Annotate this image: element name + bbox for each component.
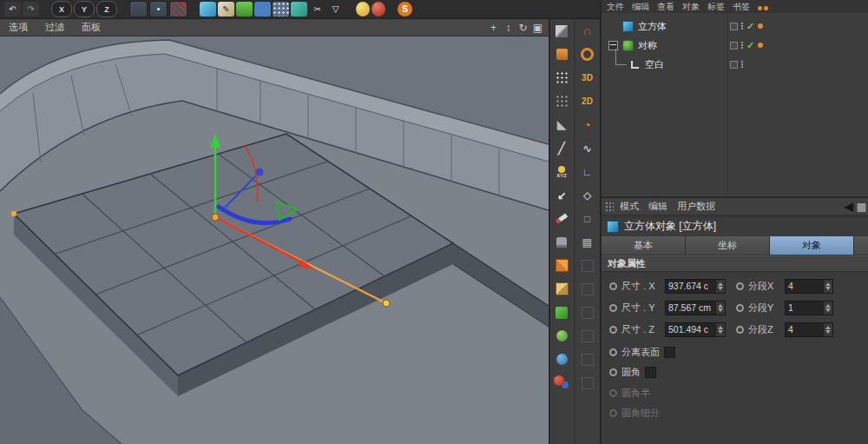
line-cut-icon[interactable]: ╱: [550, 136, 573, 160]
redo-icon[interactable]: ↷: [23, 2, 39, 17]
object-row-cube[interactable]: 立方体 ✓: [602, 17, 868, 36]
segments-z-field[interactable]: 4: [785, 322, 833, 337]
grid-array-icon[interactable]: [273, 2, 289, 17]
stamp-tool-icon[interactable]: [550, 230, 573, 254]
snap-extra-icon[interactable]: [575, 348, 599, 371]
cone-icon[interactable]: ▽: [327, 2, 344, 17]
snap-3d-icon[interactable]: 3D: [575, 66, 599, 89]
spline-pen-icon[interactable]: ✎: [218, 2, 234, 17]
separate-surfaces-checkbox[interactable]: [664, 347, 675, 358]
spinner[interactable]: [715, 323, 725, 336]
material-icon[interactable]: [372, 2, 385, 17]
om-menu-view[interactable]: 查看: [657, 1, 674, 13]
menu-options[interactable]: 选项: [0, 21, 36, 34]
brush-tool-icon[interactable]: [550, 207, 573, 230]
om-menu-bookmarks[interactable]: 书签: [733, 1, 750, 13]
size-x-field[interactable]: 937.674 c: [665, 279, 726, 294]
spline-snap-icon[interactable]: ∿: [575, 136, 599, 160]
om-menu-tags[interactable]: 标签: [707, 1, 725, 13]
layer-box-icon[interactable]: [730, 23, 738, 30]
keyframe-circle-icon[interactable]: [736, 326, 744, 334]
tag-dot-icon[interactable]: [758, 43, 763, 48]
render-settings-icon[interactable]: [169, 1, 187, 17]
y-axis-lock-button[interactable]: Y: [74, 1, 95, 17]
zoom-view-icon[interactable]: ↕: [501, 20, 516, 35]
grip-icon[interactable]: [605, 202, 614, 212]
size-z-field[interactable]: 501.494 c: [665, 322, 726, 337]
gizmo-origin-point[interactable]: [212, 214, 219, 221]
ruler-icon[interactable]: ◣: [550, 113, 573, 136]
segments-x-field[interactable]: 4: [785, 279, 833, 294]
spinner[interactable]: [715, 302, 725, 315]
palette-dot-icon[interactable]: [758, 6, 762, 10]
grid-panel-icon[interactable]: ▦: [857, 201, 866, 213]
planar-workplane-icon[interactable]: ▤: [575, 230, 599, 254]
viewport-canvas[interactable]: [0, 36, 549, 444]
snap-extra-icon[interactable]: [575, 371, 599, 394]
layer-box-icon[interactable]: [730, 42, 738, 50]
field-value[interactable]: 1: [786, 302, 823, 313]
sphere-arrow-icon[interactable]: [550, 324, 573, 348]
om-menu-objects[interactable]: 对象: [682, 1, 700, 13]
guide-snap-icon[interactable]: ∟: [575, 160, 599, 183]
object-row-symmetry[interactable]: 对称 ✓: [602, 36, 868, 55]
orange-cubes-icon[interactable]: [550, 254, 573, 277]
knife-tool-icon[interactable]: [550, 19, 573, 43]
move-tool-icon[interactable]: ↙: [550, 183, 573, 207]
field-value[interactable]: 4: [786, 324, 823, 335]
enable-check-icon[interactable]: ✓: [746, 21, 754, 32]
pan-view-icon[interactable]: +: [486, 20, 501, 35]
keyframe-circle-icon[interactable]: [609, 326, 617, 334]
snap-extra-icon[interactable]: [575, 277, 599, 301]
z-axis-handle[interactable]: [256, 169, 264, 176]
tab-object[interactable]: 对象: [770, 236, 854, 255]
snap-extra-icon[interactable]: [575, 324, 599, 348]
enable-check-icon[interactable]: ✓: [746, 40, 754, 51]
maximize-view-icon[interactable]: ▣: [530, 20, 545, 35]
om-menu-edit[interactable]: 编辑: [632, 1, 649, 13]
tab-basic[interactable]: 基本: [602, 236, 686, 255]
field-value[interactable]: 87.567 cm: [666, 302, 715, 313]
am-menu-userdata[interactable]: 用户数据: [677, 200, 715, 213]
points-grid-icon[interactable]: [550, 66, 573, 89]
render-picture-viewer-icon[interactable]: •: [149, 1, 168, 17]
primitive-cube-icon[interactable]: [200, 2, 216, 17]
rotate-view-icon[interactable]: ↻: [516, 20, 530, 35]
am-menu-mode[interactable]: 模式: [620, 200, 639, 213]
visibility-dots-icon[interactable]: [741, 23, 743, 24]
palette-dot-icon[interactable]: [764, 6, 768, 10]
null-object-icon[interactable]: [631, 61, 639, 69]
plugin-tool-icon[interactable]: [550, 43, 573, 66]
field-value[interactable]: 501.494 c: [666, 324, 715, 335]
keyframe-circle-icon[interactable]: [736, 282, 744, 290]
green-array-icon[interactable]: [550, 301, 573, 324]
axis-xyz-icon[interactable]: XYZ: [550, 160, 573, 183]
spinner[interactable]: [823, 323, 832, 336]
menu-filter[interactable]: 过滤: [36, 21, 73, 34]
tag-dot-icon[interactable]: [758, 23, 763, 29]
subdivision-surface-icon[interactable]: [236, 2, 253, 17]
keyframe-circle-icon[interactable]: [736, 304, 744, 312]
x-axis-lock-button[interactable]: X: [51, 1, 72, 17]
object-name[interactable]: 空白: [645, 58, 664, 71]
back-arrow-icon[interactable]: ◀: [845, 200, 853, 213]
field-value[interactable]: 937.674 c: [666, 281, 715, 291]
fillet-checkbox[interactable]: [645, 367, 656, 378]
undo-icon[interactable]: ↶: [4, 2, 21, 17]
workplane-icon[interactable]: ◇: [575, 183, 599, 207]
keyframe-circle-icon[interactable]: [609, 368, 617, 376]
array-icon[interactable]: [254, 2, 271, 17]
spinner[interactable]: [823, 302, 832, 315]
keyframe-circle-icon[interactable]: [609, 282, 617, 290]
light-icon[interactable]: [356, 2, 370, 17]
magnet-snap-icon[interactable]: ∩: [575, 19, 599, 43]
om-menu-file[interactable]: 文件: [607, 1, 624, 13]
z-axis-lock-button[interactable]: Z: [96, 1, 117, 17]
spinner[interactable]: [715, 280, 725, 293]
cube-pair-icon[interactable]: [550, 277, 573, 301]
knife-icon[interactable]: ✂: [309, 2, 326, 17]
size-y-field[interactable]: 87.567 cm: [665, 301, 726, 315]
keyframe-circle-icon[interactable]: [609, 304, 617, 312]
snap-ring-icon[interactable]: [575, 43, 599, 66]
spinner[interactable]: [823, 280, 832, 293]
